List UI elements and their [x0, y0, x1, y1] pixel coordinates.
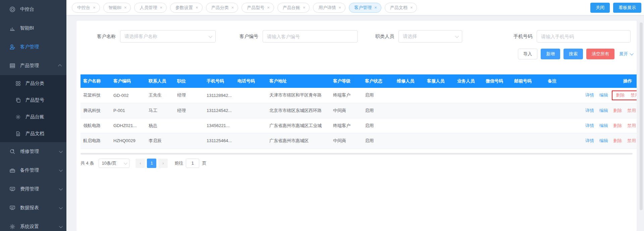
filter-customer-name: 客户名称 请选择客户名称 [95, 30, 216, 43]
tab-personnel-mgmt[interactable]: 人员管理× [134, 3, 167, 13]
sidebar-subitem-product-category[interactable]: 产品分类 [0, 75, 66, 92]
sidebar-subitem-product-ledger[interactable]: 产品台账 [0, 109, 66, 125]
close-icon[interactable]: × [124, 5, 127, 10]
sidebar-subitem-product-model[interactable]: 产品型号 [0, 92, 66, 109]
customer-no-input[interactable] [263, 30, 358, 43]
board-icon [9, 186, 15, 192]
delete-link[interactable]: 删除 [613, 123, 622, 128]
customer-name-select[interactable]: 请选择客户名称 [120, 30, 216, 43]
sidebar-subitem-product-doc[interactable]: 产品文档 [0, 125, 66, 142]
staff-label: 职类人员 [373, 34, 394, 40]
page-size-select[interactable]: 10条/页 [99, 159, 129, 168]
tab-param-settings[interactable]: 参数设置× [170, 3, 203, 13]
delete-link[interactable]: 删除 [613, 138, 622, 143]
chevron-down-icon [59, 224, 63, 228]
column-header: 客户编码 [111, 74, 146, 88]
repair-icon [9, 149, 15, 155]
edit-link[interactable]: 编辑 [599, 123, 608, 128]
sidebar-item-data-report[interactable]: 数据报表 [0, 198, 66, 217]
column-header: 职位 [174, 74, 204, 88]
sidebar-item-customer-mgmt[interactable]: 客户管理 [0, 38, 66, 56]
horizontal-scrollbar[interactable] [80, 153, 633, 155]
close-icon[interactable]: × [196, 5, 198, 10]
edit-link[interactable]: 编辑 [599, 138, 608, 143]
total-count-label: 共 4 条 [80, 160, 94, 166]
bar-chart-icon [9, 25, 15, 31]
sidebar-item-smart-bi[interactable]: 智能BI [0, 19, 66, 38]
add-button[interactable]: 新增 [541, 49, 560, 59]
tab-customer-mgmt[interactable]: 客户管理× [349, 3, 381, 13]
disable-link[interactable]: 禁用 [627, 138, 636, 143]
close-icon[interactable]: × [303, 5, 306, 10]
disable-link[interactable]: 禁用 [631, 93, 637, 98]
chevron-down-icon [455, 34, 459, 38]
prev-page-button[interactable]: ‹ [136, 159, 145, 168]
tab-user-detail[interactable]: 用户详情× [313, 3, 345, 13]
close-icon[interactable]: × [410, 5, 413, 10]
staff-select[interactable]: 请选择 [398, 30, 462, 43]
close-icon[interactable]: × [231, 5, 234, 10]
customer-table: 客户名称 客户编码 联系人员 职位 手机号码 电话号码 客户地址 客户等级 客户… [80, 74, 637, 149]
clear-all-button[interactable]: 清空所有 [586, 49, 614, 59]
table-header: 客户名称 客户编码 联系人员 职位 手机号码 电话号码 客户地址 客户等级 客户… [80, 74, 637, 88]
column-header: 客户状态 [362, 74, 394, 88]
chevron-down-icon [630, 52, 634, 55]
sidebar-item-expense-mgmt[interactable]: 费用管理 [0, 180, 66, 198]
sidebar-item-product-mgmt[interactable]: 产品管理 [0, 56, 66, 75]
detail-link[interactable]: 详情 [585, 93, 594, 98]
close-page-button[interactable]: 关闭 [590, 3, 610, 13]
tab-product-doc[interactable]: 产品文档× [385, 3, 417, 13]
expand-link[interactable]: 展开 [619, 51, 633, 57]
tab-console[interactable]: 中控台× [72, 3, 100, 13]
sidebar-item-label: 费用管理 [20, 186, 39, 192]
disable-link[interactable]: 禁用 [627, 123, 636, 128]
tab-product-category[interactable]: 产品分类× [206, 3, 238, 13]
sidebar-subitem-label: 产品分类 [25, 80, 44, 86]
board-display-button[interactable]: 看板展示 [613, 3, 641, 13]
close-icon[interactable]: × [267, 5, 270, 10]
next-page-button[interactable]: › [158, 159, 168, 168]
tab-list: 中控台× 智能BI× 人员管理× 参数设置× 产品分类× 产品型号× 产品台账×… [72, 3, 586, 13]
import-button[interactable]: 导入 [518, 49, 537, 59]
edit-link[interactable]: 编辑 [599, 93, 608, 98]
sidebar-item-repair-mgmt[interactable]: 维修管理 [0, 142, 66, 161]
chevron-down-icon [124, 161, 127, 164]
phone-label: 手机号码 [512, 34, 532, 40]
tab-smart-bi[interactable]: 智能BI× [103, 3, 131, 13]
current-page-button[interactable]: 1 [147, 159, 156, 168]
sidebar-subitem-label: 产品文档 [25, 131, 44, 137]
delete-link[interactable]: 删除 [613, 108, 622, 113]
sidebar-item-console[interactable]: 中控台 [0, 0, 66, 19]
goto-page-input[interactable] [186, 159, 199, 168]
disable-link[interactable]: 禁用 [627, 108, 636, 113]
tab-product-ledger[interactable]: 产品台账× [277, 3, 310, 13]
close-icon[interactable]: × [160, 5, 162, 10]
sidebar-subitem-label: 产品台账 [25, 114, 44, 120]
close-icon[interactable]: × [374, 5, 377, 10]
table-row: 花篮科技 GD-002 王先生 经理 131128942... 天津市市辖区和平… [80, 88, 637, 103]
column-header: 联系人员 [146, 74, 174, 88]
gear-icon [9, 224, 15, 230]
vertical-scrollbar-thumb[interactable] [640, 22, 643, 210]
column-header: 业务人员 [454, 74, 483, 88]
search-button[interactable]: 搜索 [564, 49, 583, 59]
close-icon[interactable]: × [338, 5, 341, 10]
close-icon[interactable]: × [93, 5, 96, 10]
sidebar-item-spare-parts-mgmt[interactable]: 备件管理 [0, 161, 66, 180]
delete-link[interactable]: 删除 [616, 93, 625, 98]
chevron-down-icon [59, 168, 63, 172]
vertical-scrollbar[interactable] [639, 16, 644, 231]
tab-product-model[interactable]: 产品型号× [241, 3, 274, 13]
detail-link[interactable]: 详情 [585, 108, 594, 113]
detail-link[interactable]: 详情 [585, 123, 594, 128]
detail-link[interactable]: 详情 [585, 138, 594, 143]
sidebar-item-label: 中控台 [20, 6, 34, 12]
edit-link[interactable]: 编辑 [599, 108, 608, 113]
chevron-down-icon [59, 187, 63, 190]
top-tab-bar: 中控台× 智能BI× 人员管理× 参数设置× 产品分类× 产品型号× 产品台账×… [66, 0, 644, 15]
chevron-down-icon [59, 149, 63, 153]
sidebar-item-system-settings[interactable]: 系统设置 [0, 217, 66, 231]
goto-page-group: 前往 页 [174, 159, 206, 168]
phone-input[interactable] [537, 30, 631, 43]
document-icon [15, 131, 21, 136]
